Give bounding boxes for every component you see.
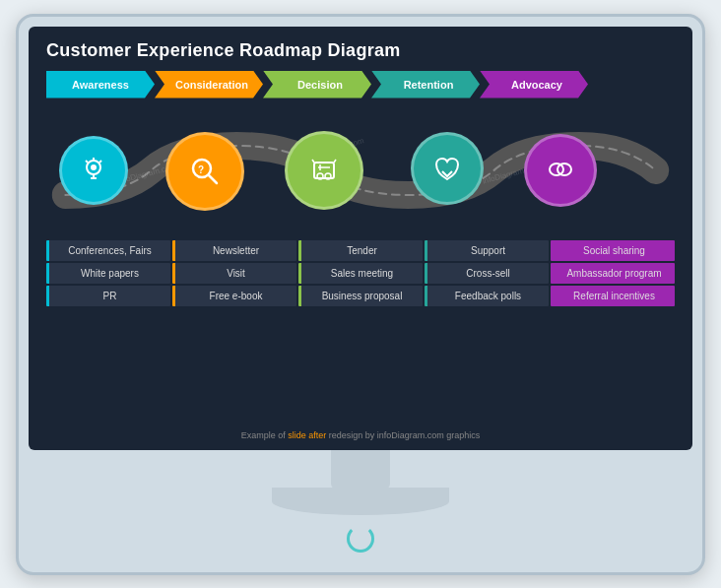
col-consideration: Newsletter Visit Free e-book: [172, 240, 296, 426]
circle-awareness: [59, 136, 128, 205]
col-advocacy: Social sharing Ambassador program Referr…: [551, 240, 675, 426]
power-indicator: [347, 525, 374, 553]
cell-retention-2: Cross-sell: [425, 263, 549, 284]
svg-line-8: [209, 175, 217, 183]
svg-point-6: [91, 164, 97, 170]
stand-base: [272, 488, 449, 515]
cell-consideration-3: Free e-book: [172, 286, 296, 306]
slide-footer: Example of slide after redesign by infoD…: [46, 430, 675, 440]
svg-line-4: [86, 161, 88, 163]
monitor-screen: Customer Experience Roadmap Diagram Awar…: [29, 27, 692, 450]
circle-decision: [285, 131, 363, 210]
col-retention: Support Cross-sell Feedback polls: [425, 240, 549, 426]
stage-awareness: Awareness: [46, 71, 155, 98]
stage-consideration: Consideration: [155, 71, 263, 98]
cell-awareness-1: Conferences, Fairs: [46, 240, 170, 261]
cell-decision-2: Sales meeting: [298, 263, 423, 284]
monitor-stand: [29, 450, 692, 572]
col-awareness: Conferences, Fairs White papers PR: [46, 240, 170, 426]
svg-line-5: [99, 161, 101, 163]
cell-consideration-1: Newsletter: [172, 240, 296, 261]
svg-text:?: ?: [198, 164, 204, 175]
cell-awareness-2: White papers: [46, 263, 170, 284]
stage-advocacy: Advocacy: [480, 71, 588, 98]
cell-awareness-3: PR: [46, 286, 170, 306]
svg-line-11: [312, 160, 314, 163]
col-decision: Tender Sales meeting Business proposal: [298, 240, 423, 426]
table-section: Conferences, Fairs White papers PR Newsl…: [46, 240, 675, 426]
monitor: Customer Experience Roadmap Diagram Awar…: [16, 14, 705, 575]
stand-neck: [331, 450, 390, 490]
slide-title: Customer Experience Roadmap Diagram: [46, 40, 675, 61]
slide: Customer Experience Roadmap Diagram Awar…: [29, 27, 692, 450]
svg-line-12: [334, 160, 336, 163]
stages-row: Awareness Consideration Decision Retenti…: [46, 71, 675, 98]
circle-consideration: ?: [165, 132, 244, 211]
footer-highlight: slide after: [288, 430, 326, 440]
circle-advocacy: [524, 134, 597, 207]
cell-decision-1: Tender: [298, 240, 423, 261]
cell-advocacy-2: Ambassador program: [551, 263, 675, 284]
cell-retention-3: Feedback polls: [425, 286, 549, 306]
cell-decision-3: Business proposal: [298, 286, 423, 306]
stage-decision: Decision: [263, 71, 371, 98]
stage-retention: Retention: [371, 71, 480, 98]
cell-consideration-2: Visit: [172, 263, 296, 284]
cell-advocacy-3: Referral incentives: [551, 286, 675, 306]
circle-retention: [411, 132, 484, 205]
road-section: © infoDiagram.com © infoDiagram.com © in…: [46, 106, 675, 234]
cell-advocacy-1: Social sharing: [551, 240, 675, 261]
cell-retention-1: Support: [425, 240, 549, 261]
